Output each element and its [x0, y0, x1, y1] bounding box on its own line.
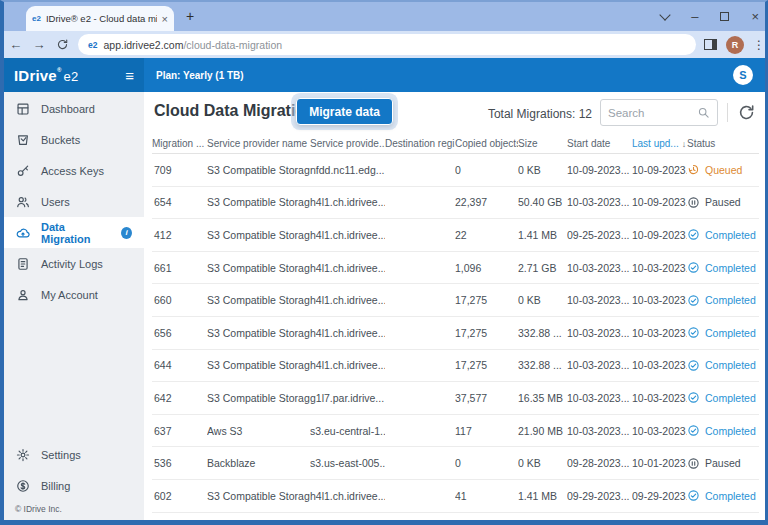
sidebar: DashboardBucketsAccess KeysUsersData Mig…	[4, 92, 144, 520]
col-status[interactable]: Status	[687, 138, 759, 149]
sidebar-footer: SettingsBilling	[4, 439, 144, 501]
completed-icon	[687, 228, 700, 241]
dashboard-icon	[16, 102, 30, 116]
cell-provider: S3 Compatible Storage	[207, 327, 310, 339]
cell-status: Completed	[687, 326, 759, 339]
table-row[interactable]: 654S3 Compatible Storageh4l1.ch.idrivee.…	[152, 187, 759, 220]
cell-status: Completed	[687, 391, 759, 404]
cell-updated: 10-09-2023...	[632, 196, 687, 208]
table-row[interactable]: 642S3 Compatible Storageg1l7.par.idrive.…	[152, 382, 759, 415]
cell-provider: Aws S3	[207, 425, 310, 437]
table-row[interactable]: 709S3 Compatible Storagenfdd.nc11.edg...…	[152, 154, 759, 187]
info-icon[interactable]: i	[121, 227, 132, 239]
tab-close-icon[interactable]: ×	[162, 13, 168, 25]
cell-start: 09-29-2023...	[567, 490, 632, 502]
sidebar-item-buckets[interactable]: Buckets	[4, 124, 144, 155]
refresh-icon[interactable]	[737, 103, 756, 122]
sidebar-items: DashboardBucketsAccess KeysUsersData Mig…	[4, 93, 144, 310]
cell-size: 332.88 ...	[518, 327, 567, 339]
table-row[interactable]: 637Aws S3s3.eu-central-1...11721.90 MB10…	[152, 415, 759, 448]
cell-address: h4l1.ch.idrivee...	[310, 294, 385, 306]
forward-icon[interactable]: →	[27, 37, 50, 52]
cell-updated: 10-09-2023...	[632, 164, 687, 176]
col-size[interactable]: Size	[518, 138, 567, 149]
sidebar-item-data-migration[interactable]: Data Migrationi	[4, 217, 144, 248]
sidebar-item-billing[interactable]: Billing	[4, 470, 144, 501]
sidebar-item-dashboard[interactable]: Dashboard	[4, 93, 144, 124]
address-bar[interactable]: e2 app.idrivee2.com /cloud-data-migratio…	[78, 34, 696, 55]
cell-size: 1.41 MB	[518, 490, 567, 502]
cell-id: 709	[152, 164, 207, 176]
cell-updated: 09-29-2023...	[632, 490, 687, 502]
table-row[interactable]: 656S3 Compatible Storageh4l1.ch.idrivee.…	[152, 317, 759, 350]
table-row[interactable]: 602S3 Compatible Storageh4l1.ch.idrivee.…	[152, 480, 759, 513]
side-panel-icon[interactable]	[704, 39, 717, 50]
reload-icon[interactable]	[51, 38, 74, 51]
cell-status: Paused	[687, 196, 759, 209]
table-row[interactable]: 661S3 Compatible Storageh4l1.ch.idrivee.…	[152, 252, 759, 285]
col-id[interactable]: Migration ...	[152, 138, 207, 149]
table-row[interactable]: 660S3 Compatible Storageh4l1.ch.idrivee.…	[152, 284, 759, 317]
window-maximize-button[interactable]	[720, 12, 729, 21]
cell-status: Completed	[687, 228, 759, 241]
cell-id: 644	[152, 359, 207, 371]
sidebar-item-label: Dashboard	[41, 103, 95, 115]
cell-size: 2.71 GB	[518, 262, 567, 274]
cell-updated: 10-03-2023...	[632, 425, 687, 437]
account-avatar[interactable]: S	[733, 65, 753, 85]
cell-size: 16.35 MB	[518, 392, 567, 404]
browser-menu-icon[interactable]: ⋮	[753, 38, 765, 52]
sidebar-item-activity-logs[interactable]: Activity Logs	[4, 248, 144, 279]
browser-tab[interactable]: e2 IDrive® e2 - Cloud data migrat... ×	[26, 6, 174, 31]
table-row[interactable]: 644S3 Compatible Storageh4l1.ch.idrivee.…	[152, 350, 759, 383]
table-row[interactable]: 536Backblazes3.us-east-005...00 KB09-28-…	[152, 447, 759, 480]
sidebar-item-users[interactable]: Users	[4, 186, 144, 217]
cell-status: Queued	[687, 163, 759, 176]
cell-address: s3.us-east-005...	[310, 457, 385, 469]
col-start[interactable]: Start date	[567, 138, 632, 149]
search-input[interactable]	[608, 107, 697, 119]
url-site-badge: e2	[88, 40, 97, 50]
cell-objects: 17,275	[455, 327, 518, 339]
cell-provider: S3 Compatible Storage	[207, 164, 310, 176]
cell-provider: S3 Compatible Storage	[207, 392, 310, 404]
migrate-data-button[interactable]: Migrate data	[296, 98, 393, 125]
toolbar-right: R ⋮	[704, 36, 765, 54]
screen: e2 IDrive® e2 - Cloud data migrat... × +…	[0, 0, 768, 525]
chevron-down-icon[interactable]	[660, 9, 671, 20]
window-minimize-button[interactable]: –	[691, 9, 698, 24]
status-label: Paused	[705, 457, 741, 469]
window-close-button[interactable]: ×	[751, 9, 759, 24]
completed-icon	[687, 294, 700, 307]
registered-mark: ®	[57, 67, 62, 73]
back-icon[interactable]: ←	[4, 37, 27, 52]
hamburger-menu-icon[interactable]: ≡	[125, 67, 134, 84]
cell-size: 0 KB	[518, 457, 567, 469]
sidebar-item-settings[interactable]: Settings	[4, 439, 144, 470]
cell-id: 637	[152, 425, 207, 437]
sidebar-item-label: Activity Logs	[41, 258, 103, 270]
col-address[interactable]: Service provide...	[310, 138, 385, 149]
logo-suffix: e2	[64, 69, 79, 84]
sidebar-item-label: Buckets	[41, 134, 80, 146]
col-updated[interactable]: Last upd...↓	[632, 138, 687, 149]
sidebar-item-access-keys[interactable]: Access Keys	[4, 155, 144, 186]
sidebar-item-my-account[interactable]: My Account	[4, 279, 144, 310]
url-host: app.idrivee2.com	[103, 39, 183, 51]
table-row[interactable]: 412S3 Compatible Storageh4l1.ch.idrivee.…	[152, 219, 759, 252]
cell-objects: 41	[455, 490, 518, 502]
url-path: /cloud-data-migration	[183, 39, 282, 51]
new-tab-button[interactable]: +	[186, 8, 194, 24]
status-label: Completed	[705, 359, 756, 371]
cell-updated: 10-01-2023...	[632, 457, 687, 469]
browser-profile-avatar[interactable]: R	[726, 36, 744, 54]
main-content: Cloud Data Migration Migrate data Total …	[144, 92, 765, 520]
col-provider[interactable]: Service provider name	[207, 138, 310, 149]
table-header: Migration ...Service provider nameServic…	[152, 133, 759, 154]
col-region[interactable]: Destination regi...	[385, 138, 455, 149]
col-objects[interactable]: Copied objects	[455, 138, 518, 149]
buckets-icon	[16, 133, 30, 147]
cell-updated: 10-09-2023...	[632, 229, 687, 241]
cell-provider: S3 Compatible Storage	[207, 262, 310, 274]
status-label: Completed	[705, 294, 756, 306]
